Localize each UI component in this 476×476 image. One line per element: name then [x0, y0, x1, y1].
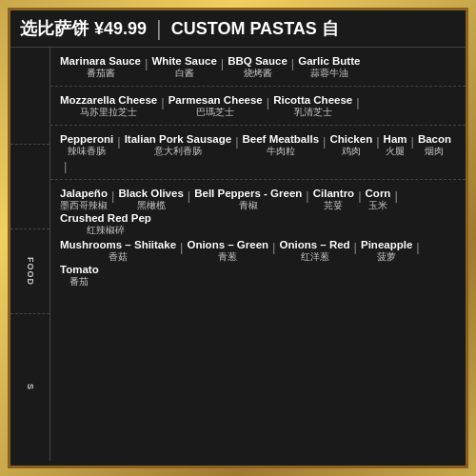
- header: 选比萨饼 ¥49.99 | CUSTOM PASTAS 自: [10, 10, 466, 48]
- cheese-row: Mozzarella Cheese 马苏里拉芝士 | Parmesan Chee…: [60, 94, 456, 119]
- labels-column: FOOD S: [10, 48, 50, 461]
- sauce-item-garlic: Garlic Butte 蒜蓉牛油: [298, 55, 360, 80]
- veggie-tomato: Tomato 番茄: [60, 264, 99, 288]
- food-row: Pepperoni 辣味香肠 | Italian Pork Sausage 意大…: [60, 133, 456, 173]
- food-item-chicken: Chicken 鸡肉: [329, 133, 372, 158]
- sauce-item-marinara: Marinara Sauce 番茄酱: [60, 55, 141, 80]
- veggie-pineapple: Pineapple 菠萝: [361, 239, 412, 264]
- cheese-item-ricotta: Ricotta Cheese 乳清芝士: [273, 94, 352, 119]
- veggie-mushrooms: Mushrooms – Shiitake 香菇: [60, 239, 176, 264]
- label-veggies: S: [10, 314, 50, 461]
- veggies-row1: Jalapeño 墨西哥辣椒 | Black Olives 黑橄榄 | Bell…: [60, 188, 456, 237]
- veggie-corn: Corn 玉米: [366, 188, 391, 212]
- veggie-cilantro: Cilantro 芫荽: [313, 188, 354, 212]
- veggie-onions-red: Onions – Red 红洋葱: [279, 239, 349, 264]
- cheese-section: Mozzarella Cheese 马苏里拉芝士 | Parmesan Chee…: [50, 87, 466, 126]
- food-item-meatballs: Beef Meatballs 牛肉粒: [243, 133, 320, 158]
- veggie-bell-peppers: Bell Peppers - Green 青椒: [194, 188, 302, 212]
- food-item-pepperoni: Pepperoni 辣味香肠: [60, 133, 113, 158]
- label-cheese: [10, 145, 50, 228]
- header-price: ¥49.99: [94, 19, 147, 39]
- header-right-text: CUSTOM PASTAS 自: [171, 17, 339, 40]
- sauce-item-bbq: BBQ Sauce 烧烤酱: [228, 55, 288, 80]
- sauces-section: Marinara Sauce 番茄酱 | White Sauce 白酱 | BB…: [50, 48, 466, 87]
- food-item-bacon: Bacon 烟肉: [418, 133, 451, 158]
- header-left-text: 选比萨饼: [20, 17, 89, 40]
- veggie-black-olives: Black Olives 黑橄榄: [118, 188, 183, 212]
- cheese-item-parmesan: Parmesan Cheese 巴瑪芝士: [169, 94, 263, 119]
- sauces-row: Marinara Sauce 番茄酱 | White Sauce 白酱 | BB…: [60, 55, 456, 80]
- veggie-onions-green: Onions – Green 青葱: [187, 239, 268, 264]
- veggies-row2: Mushrooms – Shiitake 香菇 | Onions – Green…: [60, 239, 456, 288]
- veggie-crushed-red-pepper: Crushed Red Pep 红辣椒碎: [60, 212, 151, 237]
- food-item-ham: Ham 火腿: [384, 133, 407, 158]
- menu-board: 选比萨饼 ¥49.99 | CUSTOM PASTAS 自 FOOD S: [8, 8, 468, 468]
- cheese-item-mozzarella: Mozzarella Cheese 马苏里拉芝士: [60, 94, 157, 119]
- label-sauces: [10, 48, 50, 144]
- food-item-sausage: Italian Pork Sausage 意大利香肠: [125, 133, 232, 158]
- veggie-jalapeno: Jalapeño 墨西哥辣椒: [60, 188, 108, 212]
- outer-frame: 选比萨饼 ¥49.99 | CUSTOM PASTAS 自 FOOD S: [0, 0, 476, 476]
- label-food: FOOD: [10, 229, 50, 313]
- menu-sections: Marinara Sauce 番茄酱 | White Sauce 白酱 | BB…: [50, 48, 466, 461]
- food-section: Pepperoni 辣味香肠 | Italian Pork Sausage 意大…: [50, 126, 466, 180]
- veggies-section: Jalapeño 墨西哥辣椒 | Black Olives 黑橄榄 | Bell…: [50, 180, 466, 461]
- content-area: FOOD S Marinara Sauce 番茄酱 | White Sauc: [10, 48, 466, 461]
- header-divider: |: [156, 16, 162, 41]
- sauce-item-white: White Sauce 白酱: [151, 55, 216, 80]
